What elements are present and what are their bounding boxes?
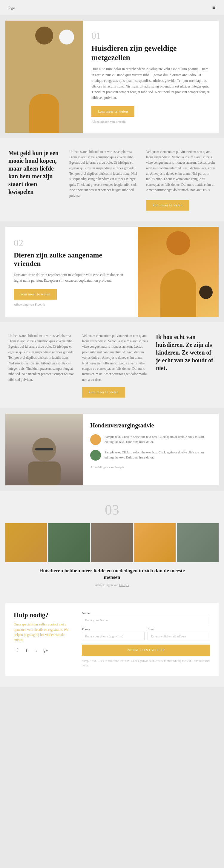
s4-col1: Ut lectus arcu bibendum at varius vel ph… xyxy=(8,333,75,383)
honden-content: Hondenverzorgingsadvie Sample text. Clic… xyxy=(83,414,219,485)
honden-title: Hondenverzorgingsadvie xyxy=(90,422,212,429)
instagram-icon[interactable]: i xyxy=(33,647,39,654)
honden-credit: Afbeeldingen van Freepik xyxy=(90,465,212,469)
honden-section: Hondenverzorgingsadvie Sample text. Clic… xyxy=(5,414,219,485)
contact-info: Hulp nodig? Onze specialisten zullen con… xyxy=(14,611,73,668)
facebook-icon[interactable]: f xyxy=(14,647,20,654)
section2-cta-button[interactable]: kom meer te weten xyxy=(146,200,189,211)
gallery-img-2 xyxy=(49,523,90,562)
gallery-img-3 xyxy=(91,523,133,562)
email-label: Email xyxy=(148,627,210,631)
hero-image-credit: Afbeeldingen van Freepik xyxy=(91,120,210,123)
googleplus-icon[interactable]: g+ xyxy=(42,647,49,654)
honden-image xyxy=(5,414,83,485)
hero-title: Huisdieren zijn geweldige metgezellen xyxy=(91,43,210,62)
pet-icon xyxy=(59,30,74,44)
site-header: logo ≡ xyxy=(0,0,224,15)
contact-box: Hulp nodig? Onze specialisten zullen con… xyxy=(5,603,219,676)
gallery-number: 03 xyxy=(5,501,219,518)
three-cols-2-section: Ut lectus arcu bibendum at varius vel ph… xyxy=(0,322,224,409)
hero-section: 01 Huisdieren zijn geweldige metgezellen… xyxy=(5,21,219,133)
dieren-number: 02 xyxy=(14,238,130,249)
email-field: Email xyxy=(148,627,210,641)
dieren-description: Duis aute irure dolor in reprehenderit i… xyxy=(14,272,130,283)
gallery-img-1 xyxy=(5,523,47,562)
contact-section: Hulp nodig? Onze specialisten zullen con… xyxy=(0,597,224,687)
social-icons: f t i g+ xyxy=(14,647,73,654)
contact-description: Onze specialisten zullen contact met u o… xyxy=(14,622,73,643)
quote-heading: Met geld kun je een mooie hond kopen, ma… xyxy=(8,149,62,196)
dieren-visual xyxy=(138,227,219,317)
name-label: Name xyxy=(82,611,210,615)
contact-sample-text: Sample text. Click to select the text bo… xyxy=(82,659,210,668)
gallery-strip xyxy=(5,523,219,562)
gallery-credit-text: Afbeeldingen van xyxy=(95,583,119,587)
name-field: Name xyxy=(82,611,210,624)
gallery-section: 03 Huisdieren hebben meer liefde en mede… xyxy=(0,491,224,597)
honden-icon-2 xyxy=(90,450,101,461)
name-row: Name xyxy=(82,611,210,624)
hero-description: Duis aute irure dolor in reprehenderit i… xyxy=(91,66,210,101)
s4-col1-text: Ut lectus arcu bibendum at varius vel ph… xyxy=(8,333,75,383)
phone-email-row: Phone Email xyxy=(82,627,210,641)
gallery-img-5 xyxy=(177,523,219,562)
three-cols-section: Met geld kun je een mooie hond kopen, ma… xyxy=(0,138,224,221)
hero-image xyxy=(5,21,83,133)
s4-quote-text: Ik hou echt van huisdieren. Ze zijn als … xyxy=(156,333,216,372)
honden-item-2: Sample text. Click to select the text bo… xyxy=(90,450,212,461)
contact-submit-button[interactable]: NEEM CONTACT OP xyxy=(82,645,210,656)
phone-field: Phone xyxy=(82,627,145,641)
hero-content: 01 Huisdieren zijn geweldige metgezellen… xyxy=(83,21,219,133)
phone-label: Phone xyxy=(82,627,145,631)
quote-text: Met geld kun je een mooie hond kopen, ma… xyxy=(8,149,62,196)
dieren-title: Dieren zijn zulke aangename vrienden xyxy=(14,251,130,268)
dieren-cta-button[interactable]: kom meer te weten xyxy=(14,289,57,300)
dieren-section: 02 Dieren zijn zulke aangename vrienden … xyxy=(5,227,219,317)
gallery-credit-link[interactable]: Freepik xyxy=(119,583,129,587)
contact-title: Hulp nodig? xyxy=(14,611,73,619)
dog-visual xyxy=(5,414,83,485)
phone-input[interactable] xyxy=(82,632,145,641)
honden-item-1: Sample text. Click to select the text bo… xyxy=(90,434,212,445)
col3-text: Vel quam elementum pulvinar etiam non qu… xyxy=(146,149,216,211)
dieren-image xyxy=(138,227,219,317)
gallery-img-4 xyxy=(134,523,176,562)
name-input[interactable] xyxy=(82,616,210,624)
honden-item-2-text: Sample text. Click to select the text bo… xyxy=(104,450,212,460)
dieren-image-credit: Afbeelding van Freepik xyxy=(14,303,130,306)
col2-paragraph: Ut lectus arcu bibendum at varius vel ph… xyxy=(69,149,139,198)
dieren-content: 02 Dieren zijn zulke aangename vrienden … xyxy=(5,227,138,317)
hero-cta-button[interactable]: kom meer te weten xyxy=(91,106,134,117)
gallery-credit: Afbeeldingen van Freepik xyxy=(5,583,219,587)
s4-quote: Ik hou echt van huisdieren. Ze zijn als … xyxy=(156,333,216,372)
s4-col2-text: Vel quam elementum pulvinar etiam non qu… xyxy=(82,333,149,383)
honden-icon-1 xyxy=(90,434,101,445)
s4-col2: Vel quam elementum pulvinar etiam non qu… xyxy=(82,333,149,398)
menu-icon[interactable]: ≡ xyxy=(212,4,216,11)
gallery-caption: Huisdieren hebben meer liefde en mededog… xyxy=(37,567,187,581)
col2-text: Ut lectus arcu bibendum at varius vel ph… xyxy=(69,149,139,198)
honden-item-1-text: Sample text. Click to select the text bo… xyxy=(104,434,212,444)
email-input[interactable] xyxy=(148,632,210,641)
logo: logo xyxy=(8,5,15,10)
person-head xyxy=(35,27,53,44)
col3-paragraph: Vel quam elementum pulvinar etiam non qu… xyxy=(146,149,216,193)
twitter-icon[interactable]: t xyxy=(23,647,30,654)
person-body xyxy=(29,94,59,133)
s4-cta-button[interactable]: kom meer te weten xyxy=(82,387,125,398)
section-number: 01 xyxy=(91,30,210,41)
contact-form: Name Phone Email NEEM CONTACT OP Sample … xyxy=(82,611,210,668)
